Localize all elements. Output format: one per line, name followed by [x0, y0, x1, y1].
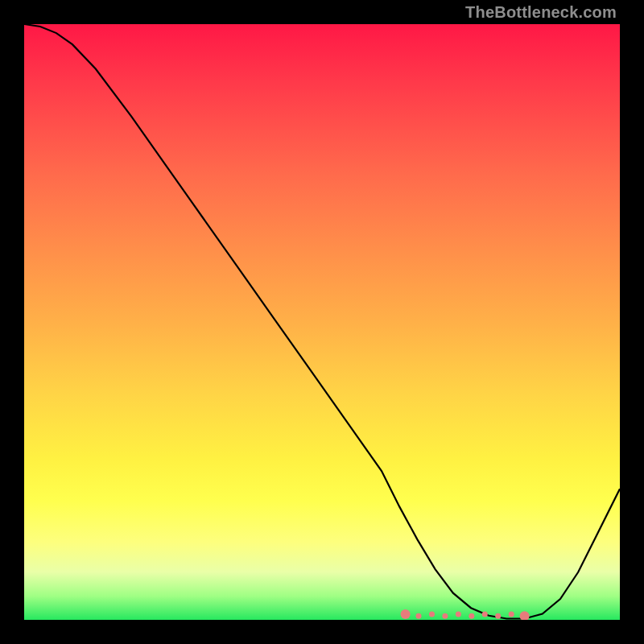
highlight-dot	[456, 612, 461, 617]
highlight-dot	[482, 612, 488, 617]
highlight-dot	[509, 612, 514, 617]
plot-area	[24, 24, 620, 620]
chart-frame: TheBottleneck.com	[0, 0, 644, 644]
highlight-dot	[401, 609, 411, 619]
attribution-text: TheBottleneck.com	[465, 3, 617, 22]
highlight-dot	[442, 613, 448, 619]
highlight-dot	[416, 613, 422, 619]
highlight-dot	[429, 612, 435, 617]
bottleneck-curve	[24, 24, 620, 620]
curve-line	[24, 24, 620, 619]
highlight-dot	[520, 611, 530, 620]
highlight-dot	[469, 613, 474, 619]
highlight-dot	[495, 613, 501, 619]
